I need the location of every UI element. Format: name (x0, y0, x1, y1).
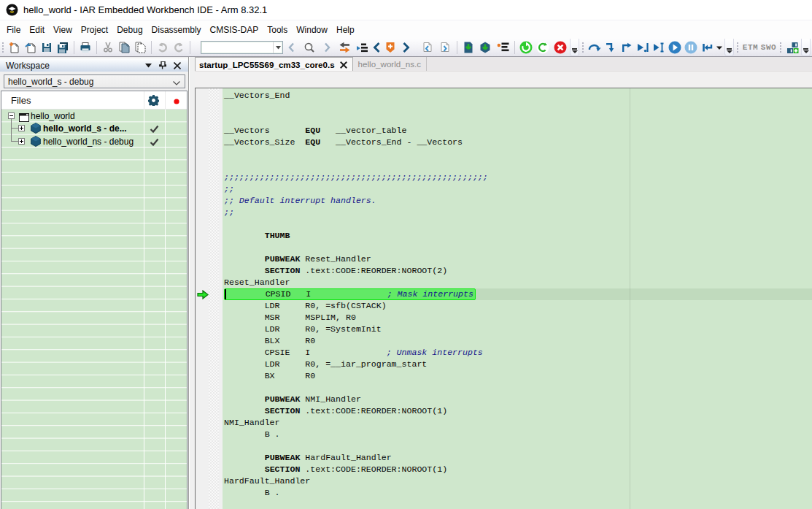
menu-edit[interactable]: Edit (25, 22, 49, 38)
step-out-button[interactable] (619, 39, 635, 56)
toolbar-grip[interactable] (779, 41, 783, 54)
debug-without-downloading-button[interactable] (476, 39, 494, 56)
breakpoints-list-icon (497, 42, 509, 53)
configuration-dropdown[interactable]: hello_world_s - debug (4, 74, 185, 88)
code-line-10: ;; Default interrupt handlers. (224, 195, 812, 207)
editor-gutter[interactable] (196, 88, 223, 509)
menu-view[interactable]: View (49, 22, 77, 38)
restart-button[interactable] (534, 39, 552, 56)
menu-window[interactable]: Window (292, 22, 332, 38)
expand-icon[interactable] (18, 138, 25, 145)
navigate-backward-button[interactable] (371, 39, 384, 56)
toolbar-overflow-2-button[interactable] (724, 39, 734, 56)
etm-button[interactable]: ETM (741, 43, 759, 52)
cut-button[interactable] (100, 39, 116, 56)
paste-button[interactable] (132, 39, 148, 56)
pin-icon[interactable] (159, 61, 166, 69)
go-button[interactable] (667, 39, 683, 56)
tree-item-label: hello_world (31, 111, 140, 121)
toolbar-grip[interactable] (736, 41, 740, 54)
tree-row-hello-world-s-de[interactable]: hello_world_s - de... (1, 122, 187, 134)
toggle-breakpoint-button[interactable] (494, 39, 511, 56)
toolbar-separator (151, 41, 152, 54)
step-over-button[interactable] (587, 39, 603, 56)
redo-button[interactable] (171, 39, 187, 56)
code-line-16: SECTION .text:CODE:REORDER:NOROOT(2) (224, 265, 812, 277)
open-document-button[interactable] (23, 39, 39, 56)
print-button[interactable] (77, 39, 93, 56)
editor-header-gap (195, 72, 812, 88)
step-over-icon (588, 42, 601, 53)
caret-down-small-icon (716, 42, 723, 53)
download-and-debug-button[interactable] (460, 39, 476, 56)
menu-file[interactable]: File (2, 22, 25, 38)
menu-cmsis-dap[interactable]: CMSIS-DAP (206, 22, 263, 38)
find-next-button[interactable] (318, 39, 336, 56)
toolbar-grip[interactable] (1, 41, 5, 54)
files-header[interactable]: Files (1, 91, 187, 110)
expand-icon[interactable] (18, 125, 25, 131)
step-out-icon (621, 42, 633, 53)
undo-button[interactable] (155, 39, 171, 56)
menu-disassembly[interactable]: Disassembly (147, 22, 206, 38)
go-to-definition-button[interactable] (353, 39, 371, 56)
tab-startup-lpc55s69-cm33-core0-s[interactable]: startup_LPC55S69_cm33_core0.s (195, 57, 353, 71)
page-chevron-left-icon (422, 42, 433, 53)
workspace-caption-bar[interactable]: Workspace (0, 58, 188, 72)
debug-without-downloading-icon (479, 42, 491, 53)
next-statement-button[interactable] (635, 39, 651, 56)
red-dot-icon (174, 99, 179, 104)
overflow-caret-icon (803, 50, 809, 53)
break-button[interactable] (683, 39, 699, 56)
toolbar-grip[interactable] (581, 41, 585, 54)
code-editor[interactable]: __Vectors_End__Vectors EQU __vector_tabl… (223, 88, 812, 509)
workspace-files-area: Files hello_worldhello_world_s - de...he… (1, 91, 187, 509)
collapse-icon[interactable] (8, 112, 15, 119)
execution-pointer-icon (197, 290, 209, 299)
code-line-34: HardFault_Handler (224, 475, 812, 487)
previous-bookmark-button[interactable] (419, 39, 436, 56)
chevron-left-blue-icon (371, 42, 383, 53)
quick-search-dropdown-icon[interactable] (273, 42, 282, 53)
next-bookmark-button[interactable] (436, 39, 454, 56)
panel-splitter[interactable] (189, 57, 195, 509)
menu-tools[interactable]: Tools (263, 22, 292, 38)
stop-debugging-button[interactable] (699, 39, 715, 56)
tree-row-hello-world[interactable]: hello_world (1, 110, 187, 122)
code-line-4: __Vectors EQU __vector_table (224, 125, 812, 137)
tab-close-icon[interactable] (339, 61, 347, 69)
copy-button[interactable] (116, 39, 132, 56)
menu-debug[interactable]: Debug (112, 22, 147, 38)
stop-button[interactable] (552, 39, 569, 56)
editor-tab-bar: startup_LPC55S69_cm33_core0.shello_world… (195, 57, 812, 72)
reset-button[interactable] (518, 39, 534, 56)
toggle-source-browser-button[interactable] (336, 39, 353, 56)
search-button[interactable] (301, 39, 318, 56)
menu-help[interactable]: Help (332, 22, 359, 38)
menu-project[interactable]: Project (77, 22, 112, 38)
tree-item-label: hello_world_ns - debug (43, 137, 140, 147)
memory-configuration-button[interactable] (784, 39, 800, 56)
tree-connector (11, 141, 18, 142)
column-separator (144, 91, 144, 509)
swo-button[interactable]: SWO (759, 43, 778, 52)
find-previous-button[interactable] (283, 39, 301, 56)
tab-hello-world-ns-c[interactable]: hello_world_ns.c (355, 57, 427, 71)
save-all-button[interactable] (55, 39, 71, 56)
close-icon[interactable] (174, 62, 181, 69)
toolbar-overflow-3-button[interactable] (801, 39, 811, 56)
run-to-cursor-button[interactable] (651, 39, 667, 56)
tree-connector (11, 129, 12, 141)
new-document-button[interactable] (7, 39, 23, 56)
debug-options-dropdown-button[interactable] (715, 39, 724, 56)
navigate-forward-button[interactable] (397, 39, 414, 56)
page-chevron-right-icon (439, 42, 451, 53)
quick-search-combobox[interactable] (201, 41, 283, 54)
workspace-menu-caret-icon[interactable] (145, 64, 152, 68)
tree-row-hello-world-ns-debug[interactable]: hello_world_ns - debug (1, 135, 187, 148)
code-line-1: __Vectors_End (224, 90, 812, 102)
toolbar-overflow-1-button[interactable] (570, 39, 579, 56)
save-button[interactable] (39, 39, 55, 56)
cstat-analyze-button[interactable] (384, 39, 397, 56)
step-into-button[interactable] (603, 39, 619, 56)
